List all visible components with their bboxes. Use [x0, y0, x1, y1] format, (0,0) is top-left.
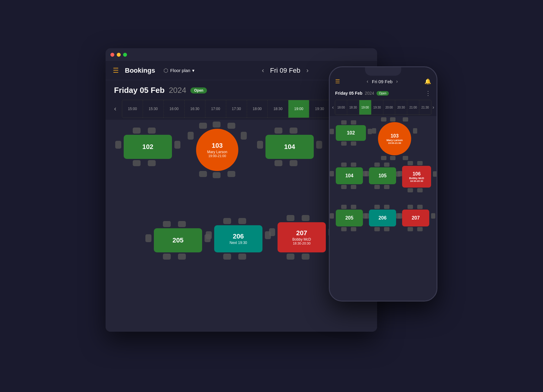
- table-group-103[interactable]: 103 Mary Larson 19:00-21:00: [196, 129, 238, 171]
- time-cell-1600[interactable]: 16:00: [164, 100, 185, 118]
- mobile-table-group-207[interactable]: 207: [402, 210, 429, 226]
- chair: [227, 123, 235, 129]
- table-206[interactable]: 206 Next 19:30: [214, 225, 262, 252]
- mobile-table-102[interactable]: 102: [336, 125, 366, 141]
- mobile-table-206[interactable]: 206: [369, 210, 396, 226]
- mobile-time-cell-1830[interactable]: 18:30: [347, 100, 359, 115]
- menu-icon[interactable]: ☰: [113, 67, 119, 74]
- mobile-prev-date-button[interactable]: ‹: [367, 79, 368, 84]
- chair: [374, 205, 380, 209]
- table-group-102[interactable]: 102: [124, 135, 172, 159]
- chair: [351, 141, 356, 146]
- table-group-206[interactable]: 206 Next 19:30: [214, 225, 262, 252]
- mobile-table-group-102[interactable]: 102: [336, 125, 366, 141]
- time-cell-1530[interactable]: 15:30: [143, 100, 164, 118]
- time-cell-1930[interactable]: 19:30: [309, 100, 330, 118]
- table-number: 207: [412, 215, 420, 221]
- table-number: 106: [413, 171, 421, 177]
- mobile-year-display: 2024: [365, 91, 374, 96]
- mobile-time-cell-2030[interactable]: 20:30: [395, 100, 407, 115]
- mobile-time-slider: ‹ 18:00 18:30 19:00 19:30 20:00 20:30 21…: [330, 99, 437, 116]
- chair: [417, 227, 423, 231]
- mobile-table-104[interactable]: 104: [336, 167, 363, 184]
- table-103[interactable]: 103 Mary Larson 19:00-21:00: [196, 129, 238, 171]
- mobile-date-nav: ‹ Fri 09 Feb ›: [343, 79, 421, 84]
- chair: [413, 128, 417, 134]
- mobile-time-cell-1930[interactable]: 19:30: [371, 100, 383, 115]
- chair: [275, 160, 282, 166]
- time-cell-1630[interactable]: 16:30: [185, 100, 205, 118]
- mobile-table-group-105[interactable]: 105: [369, 167, 396, 184]
- table-205[interactable]: 205: [154, 228, 202, 252]
- table-group-205[interactable]: 205: [154, 228, 202, 252]
- chair: [199, 123, 207, 129]
- time-cell-1700[interactable]: 17:00: [205, 100, 226, 118]
- mobile-table-207[interactable]: 207: [402, 210, 429, 226]
- chair: [148, 160, 156, 166]
- table-booking-time: 18:30-20:30: [293, 242, 311, 245]
- mobile-notch: [365, 67, 401, 76]
- mobile-next-date-button[interactable]: ›: [396, 79, 398, 84]
- table-group-104[interactable]: 104: [265, 135, 314, 159]
- table-number: 206: [379, 215, 387, 221]
- chair: [374, 227, 380, 231]
- prev-date-button[interactable]: ‹: [262, 67, 264, 74]
- mobile-time-cell-2100[interactable]: 21:00: [407, 100, 419, 115]
- chair: [241, 132, 247, 140]
- chair: [302, 254, 310, 260]
- chair: [363, 171, 367, 176]
- chair: [384, 185, 389, 189]
- table-104[interactable]: 104: [265, 135, 314, 159]
- mobile-table-group-104[interactable]: 104: [336, 167, 363, 184]
- time-cell-1500[interactable]: 15:00: [122, 100, 143, 118]
- chair: [408, 161, 413, 165]
- chair: [287, 215, 294, 221]
- chair: [384, 163, 389, 167]
- mobile-table-group-106[interactable]: 106 Bobby McD 18:30-20:30: [402, 166, 431, 188]
- table-number: 205: [173, 237, 184, 244]
- mobile-table-205[interactable]: 205: [336, 210, 363, 226]
- floor-plan-button[interactable]: ⬡ Floor plan ▾: [164, 67, 195, 74]
- minimize-dot[interactable]: [117, 53, 121, 57]
- chair: [372, 128, 376, 134]
- status-badge: Open: [190, 87, 207, 93]
- close-dot[interactable]: [110, 53, 114, 57]
- mobile-menu-icon[interactable]: ☰: [335, 78, 340, 85]
- chair: [199, 171, 207, 177]
- time-cell-1900[interactable]: 19:00: [288, 100, 309, 118]
- next-date-button[interactable]: ›: [306, 67, 309, 74]
- mobile-more-icon[interactable]: ⋮: [425, 90, 431, 97]
- chair: [384, 227, 389, 231]
- mobile-table-106[interactable]: 106 Bobby McD 18:30-20:30: [402, 166, 431, 188]
- mobile-table-group-206[interactable]: 206: [369, 210, 396, 226]
- maximize-dot[interactable]: [123, 53, 127, 57]
- table-207[interactable]: 207 Bobby McD 18:30-20:30: [278, 222, 326, 252]
- chair: [133, 128, 141, 134]
- mobile-time-next-button[interactable]: ›: [433, 105, 434, 110]
- mobile-time-cell-2000[interactable]: 20:00: [383, 100, 395, 115]
- mobile-table-105[interactable]: 105: [369, 167, 396, 184]
- mobile-time-prev-button[interactable]: ‹: [332, 105, 334, 110]
- mobile-time-cell-1800[interactable]: 18:00: [335, 100, 347, 115]
- chair: [341, 205, 347, 209]
- chair: [351, 163, 356, 167]
- chair: [390, 117, 395, 122]
- time-cell-1730[interactable]: 17:30: [226, 100, 247, 118]
- table-number: 102: [347, 130, 355, 136]
- time-cell-1800[interactable]: 18:00: [247, 100, 268, 118]
- mobile-table-103[interactable]: 103 Mary Larson 19:00-21:00: [378, 122, 411, 155]
- time-prev-button[interactable]: ‹: [111, 105, 119, 113]
- chair: [417, 188, 423, 192]
- time-cell-1830[interactable]: 18:30: [268, 100, 288, 118]
- table-102[interactable]: 102: [124, 135, 172, 159]
- title-bar: [106, 48, 377, 61]
- mobile-time-cell-1900[interactable]: 19:00: [359, 100, 371, 115]
- mobile-table-group-103[interactable]: 103 Mary Larson 19:00-21:00: [378, 122, 411, 155]
- chair: [381, 156, 386, 160]
- table-group-207[interactable]: 207 Bobby McD 18:30-20:30: [278, 222, 326, 252]
- chair: [341, 120, 347, 125]
- chair: [403, 156, 408, 160]
- mobile-time-cell-2130[interactable]: 21:30: [419, 100, 431, 115]
- mobile-table-group-205[interactable]: 205: [336, 210, 363, 226]
- mobile-bell-icon[interactable]: 🔔: [424, 78, 431, 85]
